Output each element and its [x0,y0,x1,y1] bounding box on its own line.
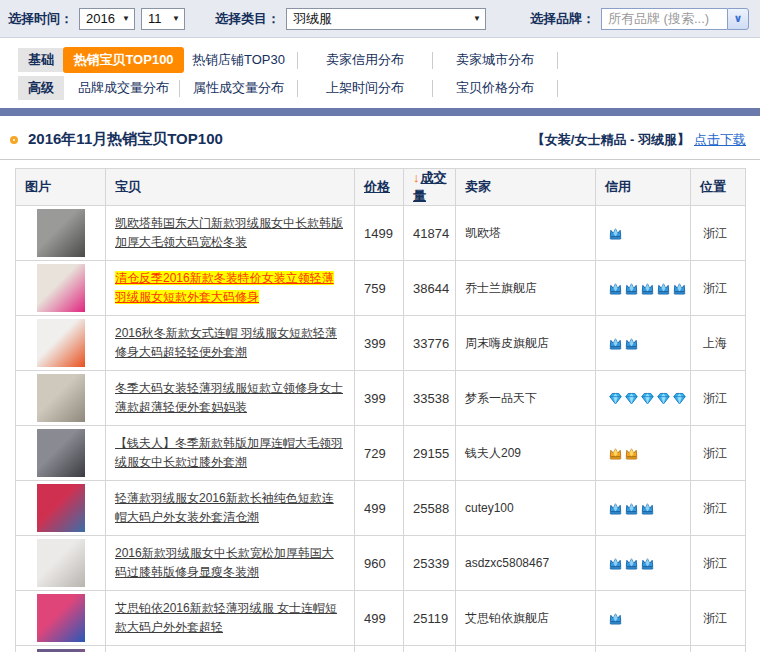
table-row: 2016秋冬新款女式连帽 羽绒服女短款轻薄 修身大码超轻轻便外套潮3993377… [16,316,746,371]
advanced-tab-row: 高级 品牌成交量分布 属性成交量分布 上架时间分布 宝贝价格分布 [18,74,760,102]
product-title-link[interactable]: 2016秋冬新款女式连帽 羽绒服女短款轻薄 修身大码超轻轻便外套潮 [115,324,345,362]
table-row: 冬季大码女装轻薄羽绒服短款立领修身女士薄款超薄轻便外套妈妈装39933538梦系… [16,371,746,426]
blue-crown-icon [624,501,639,516]
product-title-link[interactable]: 2016新款羽绒服女中长款宽松加厚韩国大码过膝韩版修身显瘦冬装潮 [115,544,345,582]
col-header-credit: 信用 [596,169,691,206]
location-value: 浙江 [691,481,746,536]
price-value: 729 [355,426,404,481]
price-value: 499 [355,481,404,536]
tab-item-price-distribution[interactable]: 宝贝价格分布 [456,79,534,97]
blue-crown-icon [640,556,655,571]
sales-value: 29155 [404,426,456,481]
seller-name [456,646,596,652]
product-image[interactable] [37,539,85,587]
sales-value: 41874 [404,206,456,261]
blue-diamond-icon [672,391,687,406]
tab-listing-time-distribution[interactable]: 上架时间分布 [326,79,404,97]
month-select-value: 11 [148,11,162,26]
seller-name: 艾思铂依旗舰店 [456,591,596,646]
table-row: 轻薄款羽绒服女2016新款长袖纯色短款连帽大码户外女装外套清仓潮49925588… [16,481,746,536]
blue-crown-icon [624,336,639,351]
category-filter-label: 选择类目： [215,10,280,28]
credit-icons [596,371,691,426]
col-header-location: 位置 [691,169,746,206]
blue-crown-icon [608,281,623,296]
location-value: 浙江 [691,206,746,261]
col-header-image: 图片 [16,169,106,206]
table-row: 清仓反季2016新款冬装特价女装立领轻薄羽绒服女短款外套大码修身75938644… [16,261,746,316]
seller-name: 钱夫人209 [456,426,596,481]
table-row: 凯欧塔韩国东大门新款羽绒服女中长款韩版加厚大毛领大码宽松冬装149941874凯… [16,206,746,261]
year-select[interactable]: 2016 ▼ [79,8,135,30]
blue-crown-icon [608,336,623,351]
month-select[interactable]: 11 ▼ [141,8,185,30]
price-value: 399 [355,316,404,371]
product-title-link[interactable]: 冬季大码女装轻薄羽绒服短款立领修身女士薄款超薄轻便外套妈妈装 [115,379,345,417]
blue-crown-icon [608,501,623,516]
price-value: 759 [355,261,404,316]
product-image[interactable] [37,429,85,477]
sales-value: 25588 [404,481,456,536]
filter-bar: 选择时间： 2016 ▼ 11 ▼ 选择类目： 羽绒服 ▼ 选择品牌： 所有品牌… [0,0,760,38]
location-value: 浙江 [691,371,746,426]
sales-value: 33776 [404,316,456,371]
gold-crown-icon [608,446,623,461]
product-title-link[interactable]: 艾思铂依2016新款轻薄羽绒服 女士连帽短款大码户外外套超轻 [115,599,345,637]
orange-bullet-icon [10,136,18,144]
table-row: 2016新款羽绒服女中长款宽松加厚韩国大码过膝韩版修身显瘦冬装潮96025339… [16,536,746,591]
product-title-link[interactable]: 【钱夫人】冬季新款韩版加厚连帽大毛领羽绒服女中长款过膝外套潮 [115,434,345,472]
product-title-link[interactable]: 清仓反季2016新款冬装特价女装立领轻薄羽绒服女短款外套大码修身 [115,271,334,304]
section-header: 2016年11月热销宝贝TOP100 【女装/女士精品 - 羽绒服】 点击下载 [0,116,760,160]
product-image[interactable] [37,319,85,367]
sales-value: 25119 [404,591,456,646]
table-row: 艾思铂依2016新款轻薄羽绒服 女士连帽短款大码户外外套超轻49925119艾思… [16,591,746,646]
col-header-price-sort[interactable]: 价格 [364,179,390,194]
download-link[interactable]: 点击下载 [694,131,746,149]
table-header-row: 图片 宝贝 价格 ↓成交量 卖家 信用 位置 [16,169,746,206]
table-body: 凯欧塔韩国东大门新款羽绒服女中长款韩版加厚大毛领大码宽松冬装149941874凯… [16,206,746,652]
category-select[interactable]: 羽绒服 ▼ [286,8,486,30]
advanced-tabs-label: 高级 [18,76,64,100]
product-image[interactable] [37,209,85,257]
location-value: 浙江 [691,426,746,481]
seller-name: cutey100 [456,481,596,536]
brand-dropdown-button[interactable]: ∨ [727,8,749,30]
tab-brand-volume-distribution[interactable]: 品牌成交量分布 [78,79,169,97]
tab-attribute-volume-distribution[interactable]: 属性成交量分布 [193,79,284,97]
location-value: 浙江 [691,591,746,646]
price-value [355,646,404,652]
sort-desc-icon: ↓ [413,170,420,185]
tab-hot-items-top100[interactable]: 热销宝贝TOP100 [63,47,183,73]
sales-value: 33538 [404,371,456,426]
tab-seller-city-distribution[interactable]: 卖家城市分布 [456,51,534,69]
location-value: 上海 [691,316,746,371]
sales-value: 38644 [404,261,456,316]
product-image[interactable] [37,594,85,642]
product-image[interactable] [37,374,85,422]
tabs-area: 基础 热销宝贝TOP100 热销店铺TOP30 卖家信用分布 卖家城市分布 高级… [0,38,760,102]
blue-crown-icon [624,281,639,296]
tab-hot-shops-top30[interactable]: 热销店铺TOP30 [192,51,285,69]
caret-down-icon: ▼ [172,14,180,23]
sales-value [404,646,456,652]
product-title-link[interactable]: 轻薄款羽绒服女2016新款长袖纯色短款连帽大码户外女装外套清仓潮 [115,489,345,527]
product-image[interactable] [37,264,85,312]
price-value: 499 [355,591,404,646]
page-title: 2016年11月热销宝贝TOP100 [28,130,223,149]
seller-name: 梦系一品天下 [456,371,596,426]
blue-crown-icon [624,556,639,571]
product-image[interactable] [37,484,85,532]
time-filter-label: 选择时间： [8,10,73,28]
col-header-seller: 卖家 [456,169,596,206]
credit-icons [596,536,691,591]
product-title-link[interactable]: 凯欧塔韩国东大门新款羽绒服女中长款韩版加厚大毛领大码宽松冬装 [115,214,345,252]
table-row: 【钱夫人】冬季新款韩版加厚连帽大毛领羽绒服女中长款过膝外套潮72929155钱夫… [16,426,746,481]
tab-seller-credit-distribution[interactable]: 卖家信用分布 [326,51,404,69]
seller-name: 周末嗨皮旗舰店 [456,316,596,371]
credit-icons [596,261,691,316]
credit-icons [596,316,691,371]
chevron-down-icon: ∨ [734,12,743,25]
location-value: 浙江 [691,536,746,591]
brand-search-input[interactable]: 所有品牌 (搜索...) [601,8,727,30]
price-value: 960 [355,536,404,591]
